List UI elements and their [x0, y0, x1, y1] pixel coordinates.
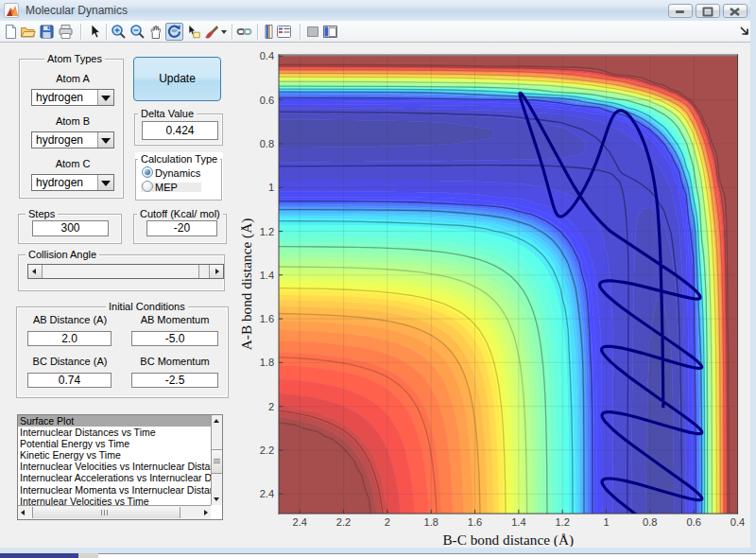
svg-text:1.6: 1.6: [468, 516, 482, 528]
svg-text:1.4: 1.4: [260, 270, 274, 281]
svg-text:0.6: 0.6: [686, 516, 700, 528]
svg-text:0.4: 0.4: [260, 50, 274, 61]
svg-text:2.4: 2.4: [260, 488, 274, 499]
svg-text:2.4: 2.4: [292, 516, 306, 528]
svg-text:0.8: 0.8: [260, 138, 274, 149]
svg-text:2.2: 2.2: [336, 516, 351, 528]
svg-text:1.2: 1.2: [260, 226, 274, 237]
svg-text:A-B bond distance (Å): A-B bond distance (Å): [241, 218, 255, 350]
svg-text:1.2: 1.2: [555, 516, 569, 528]
svg-text:1.4: 1.4: [511, 516, 525, 528]
svg-text:B-C bond distance (Å): B-C bond distance (Å): [442, 532, 574, 547]
svg-text:1.8: 1.8: [260, 357, 274, 368]
svg-text:1: 1: [603, 516, 609, 528]
svg-text:0.4: 0.4: [730, 516, 745, 528]
svg-text:1: 1: [268, 182, 274, 193]
svg-text:2.2: 2.2: [260, 445, 274, 456]
svg-text:1.6: 1.6: [260, 313, 274, 324]
svg-text:0.8: 0.8: [643, 516, 657, 528]
svg-text:0.6: 0.6: [260, 95, 274, 106]
svg-text:2: 2: [268, 401, 274, 412]
svg-text:1.8: 1.8: [423, 516, 438, 528]
svg-text:2: 2: [385, 516, 390, 528]
